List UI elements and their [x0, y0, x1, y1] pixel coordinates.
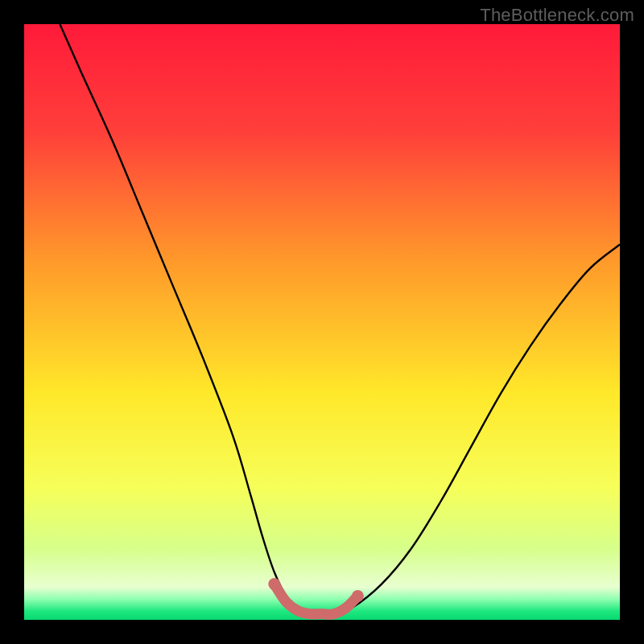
bottleneck-chart — [24, 24, 620, 620]
chart-frame: TheBottleneck.com — [0, 0, 644, 644]
plot-area — [24, 24, 620, 620]
gradient-background — [24, 24, 620, 620]
watermark-text: TheBottleneck.com — [480, 5, 634, 26]
optimal-band-dot — [268, 578, 280, 590]
optimal-band-dot — [352, 590, 364, 602]
